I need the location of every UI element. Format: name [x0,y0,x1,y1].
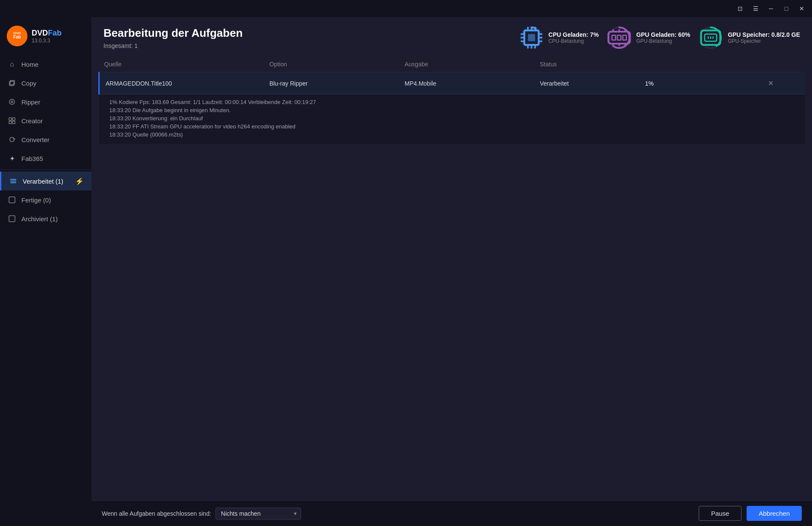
sidebar-item-label: Fertige (0) [21,196,51,204]
home-icon: ⌂ [8,60,16,68]
task-table-area: Quelle Option Ausgabe Status ARMAGEDDON.… [92,56,812,500]
cpu-stat-title: CPU Geladen: 7% [549,31,599,38]
log-line-2: 18:33:20 Die Aufgabe beginnt in einigen … [109,107,800,113]
menu-icon: ☰ [753,5,759,12]
sidebar-item-ripper[interactable]: Ripper [0,92,92,111]
minimize-button[interactable]: ─ [764,3,778,14]
svg-rect-11 [10,179,16,180]
page-title: Bearbeitung der Aufgaben [103,27,243,40]
gpu-mem-stat: GPU Speicher: 0.8/2.0 GE GPU-Speicher [699,26,800,50]
header-stats: CPU Geladen: 7% CPU-Belastung [520,26,800,50]
main-header: Bearbeitung der Aufgaben Insgesamt: 1 [92,17,812,56]
sidebar-logo: DVD Fab DVDFab 13.0.3.3 [0,21,92,55]
tray-icon: ⊡ [738,5,743,12]
logo-version: 13.0.3.3 [32,38,62,44]
col-header-action [760,56,805,72]
task-detail-cell: 1% Kodiere Fps: 183.69 Gesamt: 1/1 Laufz… [99,95,806,144]
sidebar-item-label: Copy [21,80,36,87]
sidebar-item-label: Archiviert (1) [21,215,58,223]
svg-point-6 [11,101,13,103]
completion-action-wrapper: Nichts machen Computer herunterfahren Ru… [216,508,301,520]
restore-button[interactable]: □ [780,3,793,14]
sidebar-item-creator[interactable]: Creator [0,111,92,130]
sidebar-item-label: Verarbeitet (1) [23,178,63,185]
cpu-stat-subtitle: CPU-Belastung [549,38,599,44]
task-progress: 1% [640,72,760,95]
sidebar: DVD Fab DVDFab 13.0.3.3 ⌂ Home [0,17,92,526]
col-header-output: Ausgabe [399,56,534,72]
title-bar: ⊡ ☰ ─ □ ✕ [0,0,812,17]
task-output: MP4.Mobile [399,72,534,95]
sidebar-item-archiviert[interactable]: Archiviert (1) [0,209,92,228]
gpu-mem-stat-text: GPU Speicher: 0.8/2.0 GE GPU-Speicher [728,31,800,44]
table-header: Quelle Option Ausgabe Status [99,56,806,72]
svg-rect-9 [9,121,12,124]
col-header-status: Status [534,56,640,72]
footer-label: Wenn alle Aufgaben abgeschlossen sind: [102,510,211,517]
footer-left: Wenn alle Aufgaben abgeschlossen sind: N… [102,508,301,520]
log-line-5: 18:33:20 Quelle (00066.m2ts) [109,131,800,138]
gpu-mem-icon [703,30,719,46]
sidebar-item-label: Home [21,61,38,68]
completion-action-select[interactable]: Nichts machen Computer herunterfahren Ru… [216,508,301,520]
app-layout: DVD Fab DVDFab 13.0.3.3 ⌂ Home [0,17,812,526]
sidebar-item-verarbeitet[interactable]: Verarbeitet (1) ⚡ [0,172,92,190]
sidebar-divider [0,169,92,170]
sidebar-navigation: ⌂ Home Copy Ripp [0,55,92,526]
lightning-badge: ⚡ [75,177,84,185]
gpu-mem-stat-subtitle: GPU-Speicher [728,38,800,44]
cpu-stat: CPU Geladen: 7% CPU-Belastung [520,26,599,50]
sidebar-item-converter[interactable]: Converter [0,130,92,149]
sidebar-item-fertige[interactable]: Fertige (0) [0,190,92,209]
task-detail-row: 1% Kodiere Fps: 183.69 Gesamt: 1/1 Laufz… [99,95,806,144]
logo-text: DVDFab 13.0.3.3 [32,29,62,44]
sidebar-item-label: Fab365 [21,155,43,162]
logo-brand: DVDFab [32,29,62,38]
svg-rect-8 [12,118,15,120]
gpu-stat: GPU Geladen: 60% GPU-Belastung [607,26,690,50]
gpu-icon [611,30,627,46]
cpu-stat-text: CPU Geladen: 7% CPU-Belastung [549,31,599,44]
sidebar-item-home[interactable]: ⌂ Home [0,55,92,74]
cpu-circle [520,26,543,50]
pause-button[interactable]: Pause [699,506,742,521]
gpu-mem-circle [699,26,723,50]
converter-icon [8,135,16,144]
task-log: 1% Kodiere Fps: 183.69 Gesamt: 1/1 Laufz… [109,99,800,138]
svg-rect-14 [9,197,15,203]
task-action: ✕ [760,72,805,95]
copy-icon [8,79,16,87]
svg-rect-7 [9,118,12,120]
menu-button[interactable]: ☰ [749,3,762,14]
svg-rect-10 [12,121,15,124]
col-header-source: Quelle [99,56,265,72]
log-line-4: 18:33:20 FF ATI Stream GPU acceleration … [109,123,800,130]
restore-icon: □ [785,5,788,12]
queue-icon [9,177,18,185]
svg-rect-35 [612,35,615,40]
task-close-button[interactable]: ✕ [765,78,776,88]
fab365-icon: ✦ [8,154,16,163]
progress-text: 1% [645,80,653,87]
svg-text:Fab: Fab [13,35,21,39]
tray-button[interactable]: ⊡ [733,3,747,14]
sidebar-item-fab365[interactable]: ✦ Fab365 [0,149,92,168]
sidebar-item-copy[interactable]: Copy [0,74,92,92]
sidebar-item-label: Converter [21,136,50,143]
cancel-button[interactable]: Abbrechen [747,506,802,521]
gpu-stat-text: GPU Geladen: 60% GPU-Belastung [636,31,690,44]
svg-point-5 [9,99,15,104]
log-line-3: 18:33:20 Konvertierung: ein Durchlauf [109,115,800,122]
sidebar-item-label: Ripper [21,98,40,106]
sidebar-item-label: Creator [21,117,43,125]
task-option: Blu-ray Ripper [264,72,399,95]
task-table: Quelle Option Ausgabe Status ARMAGEDDON.… [98,56,805,144]
close-icon: ✕ [799,5,804,12]
fertige-icon [8,196,16,204]
creator-icon [8,116,16,125]
svg-rect-19 [528,34,535,42]
archiviert-icon [8,214,16,223]
avatar: DVD Fab [7,26,27,46]
close-button[interactable]: ✕ [795,3,809,14]
ripper-icon [8,98,16,106]
